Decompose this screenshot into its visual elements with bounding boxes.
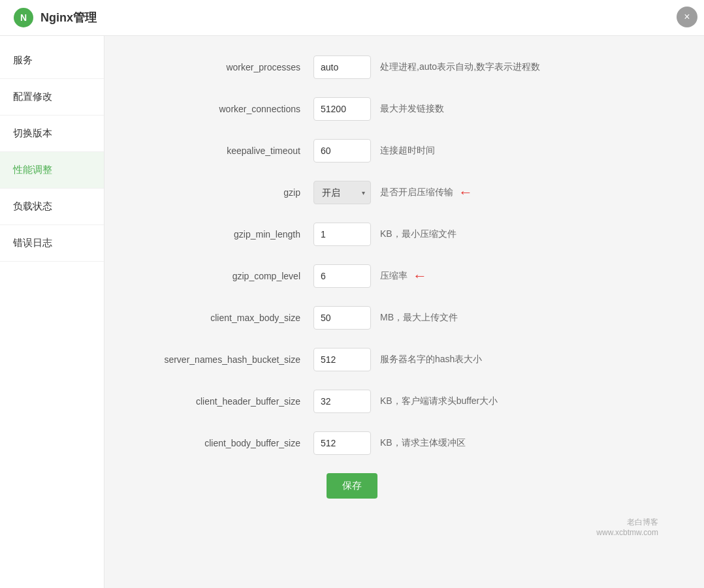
field-gzip-comp-level: gzip_comp_level 压缩率 ← xyxy=(144,264,665,288)
label-server-names-hash: server_names_hash_bucket_size xyxy=(144,354,313,365)
input-client-max-body-size[interactable] xyxy=(313,306,371,330)
desc-client-max-body-size: MB，最大上传文件 xyxy=(380,312,458,324)
sidebar-item-fuzai[interactable]: 负载状态 xyxy=(0,189,104,225)
label-keepalive-timeout: keepalive_timeout xyxy=(144,146,313,156)
label-worker-connections: worker_connections xyxy=(144,104,313,114)
input-keepalive-timeout[interactable] xyxy=(313,139,371,162)
field-gzip-min-length: gzip_min_length KB，最小压缩文件 xyxy=(144,223,665,246)
input-gzip-comp-level[interactable] xyxy=(313,264,371,288)
layout: 服务 配置修改 切换版本 性能调整 负载状态 错误日志 worker_proce… xyxy=(0,36,704,588)
main-content: worker_processes 处理进程,auto表示自动,数字表示进程数 w… xyxy=(104,36,704,588)
desc-keepalive-timeout: 连接超时时间 xyxy=(380,145,435,157)
gzip-desc-annotation: 是否开启压缩传输 ← xyxy=(371,185,473,200)
desc-client-body-buffer: KB，请求主体缓冲区 xyxy=(380,437,466,449)
desc-client-header-buffer: KB，客户端请求头buffer大小 xyxy=(380,395,498,407)
field-keepalive-timeout: keepalive_timeout 连接超时时间 xyxy=(144,139,665,162)
label-client-header-buffer: client_header_buffer_size xyxy=(144,396,313,407)
field-gzip: gzip 开启 关闭 ▾ 是否开启压缩传输 ← xyxy=(144,181,665,204)
desc-gzip-comp-level: 压缩率 xyxy=(380,270,408,282)
field-worker-connections: worker_connections 最大并发链接数 xyxy=(144,97,665,121)
input-server-names-hash[interactable] xyxy=(313,348,371,371)
header: N Nginx管理 xyxy=(0,0,704,36)
input-worker-processes[interactable] xyxy=(313,55,371,79)
desc-gzip-min-length: KB，最小压缩文件 xyxy=(380,228,456,240)
input-gzip-min-length[interactable] xyxy=(313,223,371,246)
sidebar-item-peizhi[interactable]: 配置修改 xyxy=(0,79,104,116)
desc-gzip: 是否开启压缩传输 xyxy=(380,187,453,198)
red-arrow-gzip-comp: ← xyxy=(413,269,427,283)
label-worker-processes: worker_processes xyxy=(144,62,313,72)
field-client-header-buffer: client_header_buffer_size KB，客户端请求头buffe… xyxy=(144,390,665,413)
gzip-comp-annotation: 压缩率 ← xyxy=(371,269,427,283)
watermark-line2: www.xcbtmw.com xyxy=(144,528,658,537)
nginx-logo-icon: N xyxy=(13,7,34,28)
sidebar-item-cuowu[interactable]: 错误日志 xyxy=(0,225,104,262)
label-gzip-min-length: gzip_min_length xyxy=(144,229,313,240)
sidebar-item-qiehuan[interactable]: 切换版本 xyxy=(0,116,104,152)
select-gzip[interactable]: 开启 关闭 xyxy=(322,187,365,198)
svg-text:N: N xyxy=(20,12,27,23)
close-icon[interactable]: × xyxy=(677,7,697,27)
sidebar-item-fuwu[interactable]: 服务 xyxy=(0,42,104,79)
label-client-body-buffer: client_body_buffer_size xyxy=(144,438,313,448)
input-client-body-buffer[interactable] xyxy=(313,431,371,455)
save-row: 保存 xyxy=(144,473,665,499)
field-worker-processes: worker_processes 处理进程,auto表示自动,数字表示进程数 xyxy=(144,55,665,79)
desc-server-names-hash: 服务器名字的hash表大小 xyxy=(380,354,482,365)
field-client-body-buffer: client_body_buffer_size KB，请求主体缓冲区 xyxy=(144,431,665,455)
field-server-names-hash: server_names_hash_bucket_size 服务器名字的hash… xyxy=(144,348,665,371)
desc-worker-processes: 处理进程,auto表示自动,数字表示进程数 xyxy=(380,61,540,73)
watermark: 老白博客 www.xcbtmw.com xyxy=(144,517,665,537)
sidebar: 服务 配置修改 切换版本 性能调整 负载状态 错误日志 xyxy=(0,36,104,588)
input-worker-connections[interactable] xyxy=(313,97,371,121)
label-client-max-body-size: client_max_body_size xyxy=(144,313,313,323)
desc-worker-connections: 最大并发链接数 xyxy=(380,103,444,115)
red-arrow-gzip: ← xyxy=(458,185,473,200)
select-wrap-gzip[interactable]: 开启 关闭 ▾ xyxy=(313,181,371,204)
save-button[interactable]: 保存 xyxy=(327,473,377,499)
sidebar-item-xingneng[interactable]: 性能调整 xyxy=(0,152,104,189)
field-client-max-body-size: client_max_body_size MB，最大上传文件 xyxy=(144,306,665,330)
label-gzip: gzip xyxy=(144,187,313,198)
input-client-header-buffer[interactable] xyxy=(313,390,371,413)
watermark-line1: 老白博客 xyxy=(144,517,658,528)
app-title: Nginx管理 xyxy=(40,10,97,25)
label-gzip-comp-level: gzip_comp_level xyxy=(144,271,313,281)
